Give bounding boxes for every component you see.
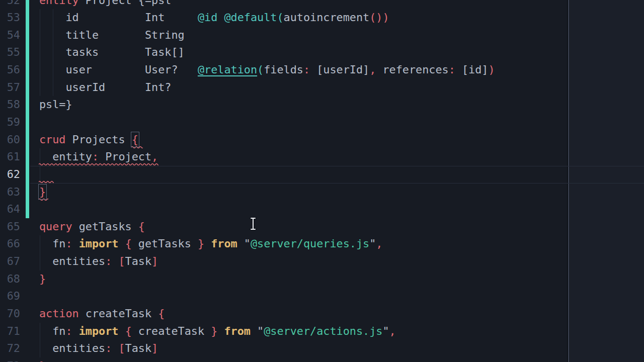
error-squiggle bbox=[39, 162, 158, 165]
code-line-65[interactable]: 65query getTasks { bbox=[0, 218, 644, 236]
code-line-66[interactable]: 66 fn: import { getTasks } from "@server… bbox=[0, 235, 644, 253]
token: Project bbox=[99, 150, 151, 163]
token: entities bbox=[39, 342, 105, 354]
line-number[interactable]: 58 bbox=[0, 96, 20, 114]
token: @server/queries.js bbox=[251, 237, 369, 250]
code-line-64[interactable]: 64 bbox=[0, 201, 644, 218]
token bbox=[72, 237, 79, 250]
token: ()) bbox=[369, 11, 389, 24]
line-number[interactable]: 53 bbox=[0, 9, 20, 27]
line-number[interactable]: 64 bbox=[0, 201, 20, 218]
line-number[interactable]: 71 bbox=[0, 323, 20, 340]
code-line-70[interactable]: 70action createTask { bbox=[0, 305, 644, 323]
code-line-73[interactable]: 73} bbox=[0, 357, 644, 362]
line-number[interactable]: 56 bbox=[0, 61, 20, 79]
token: userId Int? bbox=[39, 81, 171, 94]
code-text: fn: import { createTask } from "@server/… bbox=[39, 323, 396, 340]
token: , bbox=[369, 63, 376, 76]
line-number[interactable]: 70 bbox=[0, 305, 20, 323]
code-text: psl=} bbox=[39, 96, 72, 114]
mouse-cursor-ibeam bbox=[250, 217, 257, 230]
token: tasks Task[] bbox=[39, 46, 185, 58]
line-number[interactable]: 63 bbox=[0, 184, 20, 201]
code-line-63[interactable]: 63} bbox=[0, 184, 644, 201]
code-text: action createTask { bbox=[39, 305, 165, 323]
line-number[interactable]: 72 bbox=[0, 340, 20, 357]
line-number[interactable]: 73 bbox=[0, 357, 20, 362]
token: : bbox=[66, 325, 72, 337]
token: user User? bbox=[39, 63, 198, 76]
error-squiggle bbox=[39, 180, 54, 183]
token: : bbox=[105, 255, 112, 267]
token: " bbox=[244, 237, 251, 250]
token: : bbox=[449, 63, 455, 76]
line-number[interactable]: 54 bbox=[0, 27, 20, 44]
code-line-52[interactable]: 52entity Project {=psl bbox=[0, 0, 644, 9]
line-number[interactable]: 59 bbox=[0, 114, 20, 131]
token: [id] bbox=[455, 63, 489, 76]
code-line-58[interactable]: 58psl=} bbox=[0, 96, 644, 114]
token: id Int bbox=[39, 11, 198, 24]
token: ( bbox=[257, 63, 264, 76]
token: fn bbox=[39, 325, 66, 337]
line-number[interactable]: 69 bbox=[0, 288, 20, 305]
code-line-59[interactable]: 59 bbox=[0, 114, 644, 131]
token: } bbox=[39, 273, 46, 285]
code-text: entity Project {=psl bbox=[39, 0, 171, 9]
bracket-match-highlight bbox=[131, 132, 139, 147]
code-line-72[interactable]: 72 entities: [Task] bbox=[0, 340, 644, 357]
token: @relation bbox=[198, 63, 257, 76]
token: entity bbox=[39, 0, 79, 7]
token: entity bbox=[39, 150, 92, 163]
token bbox=[204, 237, 211, 250]
line-number[interactable]: 67 bbox=[0, 253, 20, 270]
code-text: tasks Task[] bbox=[39, 44, 185, 61]
token: Project {=psl bbox=[79, 0, 172, 7]
token: crud bbox=[39, 133, 66, 146]
token: [userId] bbox=[310, 63, 369, 76]
line-number[interactable]: 66 bbox=[0, 235, 20, 253]
token: [ bbox=[118, 342, 125, 354]
line-number[interactable]: 57 bbox=[0, 79, 20, 97]
line-number[interactable]: 65 bbox=[0, 218, 20, 236]
code-line-60[interactable]: 60crud Projects { bbox=[0, 131, 644, 149]
token: from bbox=[224, 325, 251, 337]
code-line-62[interactable]: 62 bbox=[0, 166, 644, 184]
token: : bbox=[92, 150, 99, 163]
token: : bbox=[303, 63, 310, 76]
line-number[interactable]: 60 bbox=[0, 131, 20, 149]
line-number[interactable]: 68 bbox=[0, 270, 20, 288]
bracket-match-highlight bbox=[38, 184, 47, 200]
token bbox=[72, 325, 79, 337]
code-line-57[interactable]: 57 userId Int? bbox=[0, 79, 644, 97]
code-line-56[interactable]: 56 user User? @relation(fields: [userId]… bbox=[0, 61, 644, 79]
token: ) bbox=[488, 63, 495, 76]
code-editor[interactable]: 52entity Project {=psl53 id Int @id @def… bbox=[0, 0, 644, 362]
token: createTask bbox=[79, 307, 158, 320]
code-line-55[interactable]: 55 tasks Task[] bbox=[0, 44, 644, 61]
code-line-53[interactable]: 53 id Int @id @default(autoincrement()) bbox=[0, 9, 644, 27]
line-number[interactable]: 52 bbox=[0, 0, 20, 9]
token: fields bbox=[264, 63, 303, 76]
code-line-71[interactable]: 71 fn: import { createTask } from "@serv… bbox=[0, 323, 644, 340]
code-line-61[interactable]: 61 entity: Project, bbox=[0, 148, 644, 166]
token: ] bbox=[151, 342, 158, 354]
code-line-68[interactable]: 68} bbox=[0, 270, 644, 288]
token bbox=[119, 325, 125, 337]
token: { bbox=[158, 307, 165, 320]
token: Task bbox=[125, 342, 152, 354]
code-text: userId Int? bbox=[39, 79, 171, 97]
code-line-69[interactable]: 69 bbox=[0, 288, 644, 305]
token: title String bbox=[39, 29, 185, 41]
token: , bbox=[376, 237, 382, 250]
line-number[interactable]: 55 bbox=[0, 44, 20, 61]
token: } bbox=[211, 325, 217, 337]
token: from bbox=[211, 237, 237, 250]
code-text: crud Projects { bbox=[39, 131, 138, 149]
line-number[interactable]: 61 bbox=[0, 148, 20, 166]
code-line-67[interactable]: 67 entities: [Task] bbox=[0, 253, 644, 270]
code-text: user User? @relation(fields: [userId], r… bbox=[39, 61, 495, 79]
token: { bbox=[125, 237, 132, 250]
line-number[interactable]: 62 bbox=[0, 166, 20, 184]
code-line-54[interactable]: 54 title String bbox=[0, 27, 644, 44]
